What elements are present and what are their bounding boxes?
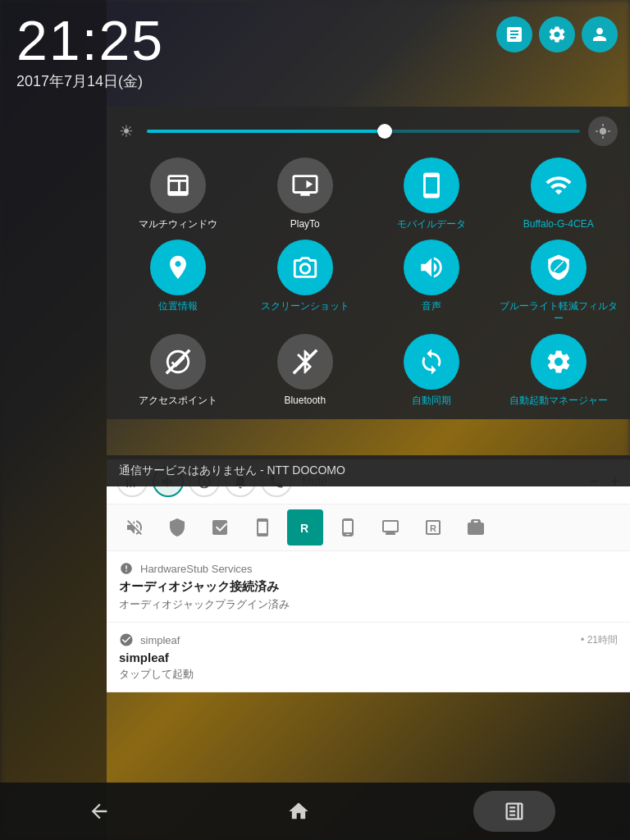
toggle-bluelight[interactable]: ブルーライト軽減フィルター (500, 240, 619, 326)
brightness-auto-button[interactable] (588, 116, 618, 146)
screenshot-icon (291, 253, 319, 281)
phone-outline-icon (253, 518, 272, 537)
auto-start-icon (545, 348, 573, 376)
notif-app-name-0: HardwareStub Services (140, 563, 253, 575)
monitor-icon (381, 518, 400, 537)
notif-title-0: オーディオジャック接続済み (119, 579, 618, 595)
r-square-icon: R (423, 518, 443, 537)
toggle-circle-location (150, 240, 206, 295)
toggle-label-multi-window: マルチウィンドウ (139, 218, 217, 231)
profile-icons-row: R R (107, 504, 630, 551)
notification-item-1[interactable]: simpleaf • 21時間 simpleaf タップして起動 (107, 623, 630, 692)
profile-r-selected[interactable]: R (287, 509, 323, 546)
toggle-auto-start[interactable]: 自動起動マネージャー (500, 334, 619, 408)
toggle-label-bluetooth: Bluetooth (284, 395, 326, 408)
brightness-track (147, 130, 385, 133)
brightness-row: ☀ (119, 116, 618, 146)
quick-settings-panel: ☀ マルチウィンドウ (107, 107, 630, 419)
play-to-icon (291, 171, 319, 199)
bluetooth-icon (291, 348, 319, 376)
toggle-circle-mobile-data (404, 158, 459, 213)
profile-r-square[interactable]: R (415, 509, 451, 546)
back-icon (88, 800, 111, 823)
time-display: 21:25 (16, 12, 614, 68)
toggle-label-sound: 音声 (422, 300, 441, 313)
phone-lines-icon (338, 518, 358, 537)
service-bar: 通信サービスはありません - NTT DOCOMO (107, 455, 630, 486)
toggle-play-to[interactable]: PlayTo (246, 158, 365, 231)
toggle-wifi[interactable]: Buffalo-G-4CEA (500, 158, 619, 231)
notif-header-1: simpleaf • 21時間 (119, 632, 618, 647)
recent-button[interactable] (473, 791, 555, 832)
toggle-label-mobile-data: モバイルデータ (397, 218, 466, 231)
toggle-label-screenshot: スクリーンショット (261, 300, 349, 313)
home-button[interactable] (274, 791, 323, 832)
notification-item-0[interactable]: HardwareStub Services オーディオジャック接続済み オーディ… (107, 551, 630, 623)
toggle-access-point[interactable]: アクセスポイント (119, 334, 238, 408)
toggle-circle-bluetooth (277, 334, 333, 390)
no-sound-icon (125, 518, 144, 537)
location-icon (164, 253, 192, 281)
profile-diamond[interactable] (202, 509, 238, 546)
mobile-data-icon (418, 171, 445, 199)
toggle-label-bluelight: ブルーライト軽減フィルター (500, 300, 619, 326)
r-icon: R (295, 518, 315, 537)
toggle-grid: マルチウィンドウ PlayTo モバイルデータ (119, 158, 618, 407)
toggle-location[interactable]: 位置情報 (119, 240, 238, 326)
access-point-icon (164, 348, 192, 376)
notif-header-0: HardwareStub Services (119, 561, 618, 576)
brightness-thumb (377, 124, 392, 139)
date-display: 2017年7月14日(金) (16, 71, 614, 91)
toggle-circle-auto-sync (404, 334, 459, 390)
home-icon (287, 800, 310, 823)
toggle-auto-sync[interactable]: 自動同期 (372, 334, 491, 408)
brightness-slider[interactable] (147, 130, 580, 133)
nav-bar (0, 783, 630, 840)
toggle-circle-screenshot (277, 240, 333, 295)
service-bar-text: 通信サービスはありません - NTT DOCOMO (119, 463, 345, 477)
notif-app-icon-1 (119, 632, 134, 647)
back-button[interactable] (75, 791, 124, 832)
toggle-circle-auto-start (531, 334, 587, 390)
bluelight-icon (545, 253, 573, 281)
notif-time-1: • 21時間 (581, 633, 618, 647)
profile-phone-outline[interactable] (244, 509, 281, 546)
toggle-circle-sound (404, 240, 459, 295)
svg-text:R: R (430, 523, 436, 533)
notif-body-0: オーディオジャックプラグイン済み (119, 597, 618, 612)
status-bar: 21:25 2017年7月14日(金) (0, 0, 630, 107)
notif-title-1: simpleaf (119, 651, 618, 664)
brightness-auto-icon (595, 123, 611, 139)
left-strip (0, 0, 107, 840)
toggle-screenshot[interactable]: スクリーンショット (246, 240, 365, 326)
profile-phone-lines[interactable] (330, 509, 366, 546)
toggle-mobile-data[interactable]: モバイルデータ (372, 158, 491, 231)
notif-body-1: タップして起動 (119, 667, 618, 682)
toggle-label-auto-sync: 自動同期 (412, 395, 451, 408)
toggle-label-location: 位置情報 (158, 300, 198, 313)
notification-panel: Mute − + (107, 459, 630, 692)
recent-icon (503, 800, 526, 823)
toggle-circle-multi-window (150, 158, 206, 213)
toggle-label-wifi: Buffalo-G-4CEA (523, 218, 594, 231)
briefcase-icon (466, 518, 486, 537)
profile-monitor[interactable] (372, 509, 409, 546)
toggle-circle-wifi (531, 158, 587, 213)
profile-briefcase[interactable] (458, 509, 494, 546)
toggle-multi-window[interactable]: マルチウィンドウ (119, 158, 238, 231)
wifi-icon (545, 171, 573, 199)
shield-icon (167, 518, 187, 537)
auto-sync-icon (418, 348, 445, 376)
toggle-circle-bluelight (531, 240, 587, 295)
toggle-sound[interactable]: 音声 (372, 240, 491, 326)
multi-window-icon (164, 171, 192, 199)
profile-shield[interactable] (159, 509, 195, 546)
diamond-icon (210, 518, 230, 537)
toggle-circle-access-point (150, 334, 206, 390)
profile-none[interactable] (116, 509, 153, 546)
toggle-circle-play-to (277, 158, 333, 213)
toggle-label-access-point: アクセスポイント (139, 395, 217, 408)
toggle-bluetooth[interactable]: Bluetooth (246, 334, 365, 408)
notif-app-icon-0 (119, 561, 134, 576)
svg-text:R: R (300, 522, 308, 535)
